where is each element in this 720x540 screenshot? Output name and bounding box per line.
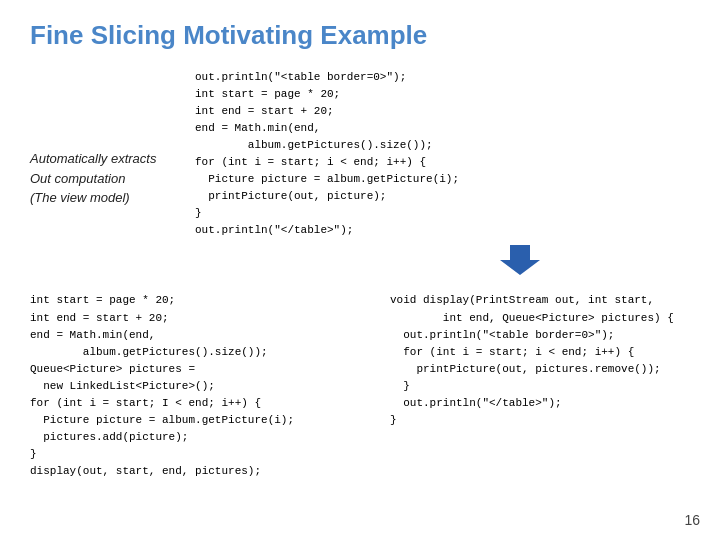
main-content: Automatically extracts Out computation (… xyxy=(30,69,690,239)
arrow-down-icon xyxy=(190,245,690,282)
bottom-section: int start = page * 20; int end = start +… xyxy=(30,292,690,480)
bottom-left-code-text: int start = page * 20; int end = start +… xyxy=(30,292,370,480)
bottom-right-code-text: void display(PrintStream out, int start,… xyxy=(390,292,690,428)
top-code: out.println("<table border=0>"); int sta… xyxy=(195,69,690,239)
bottom-left-code: int start = page * 20; int end = start +… xyxy=(30,292,370,480)
slide-number: 16 xyxy=(684,512,700,528)
center-code-block: out.println("<table border=0>"); int sta… xyxy=(185,69,690,239)
label-line3: (The view model) xyxy=(30,188,185,208)
left-labels: Automatically extracts Out computation (… xyxy=(30,69,185,239)
label-line1: Automatically extracts xyxy=(30,149,185,169)
slide-title: Fine Slicing Motivating Example xyxy=(30,20,690,51)
label-line2: Out computation xyxy=(30,169,185,189)
bottom-right-code: void display(PrintStream out, int start,… xyxy=(390,292,690,428)
slide-container: Fine Slicing Motivating Example Automati… xyxy=(0,0,720,540)
svg-marker-0 xyxy=(500,245,540,275)
